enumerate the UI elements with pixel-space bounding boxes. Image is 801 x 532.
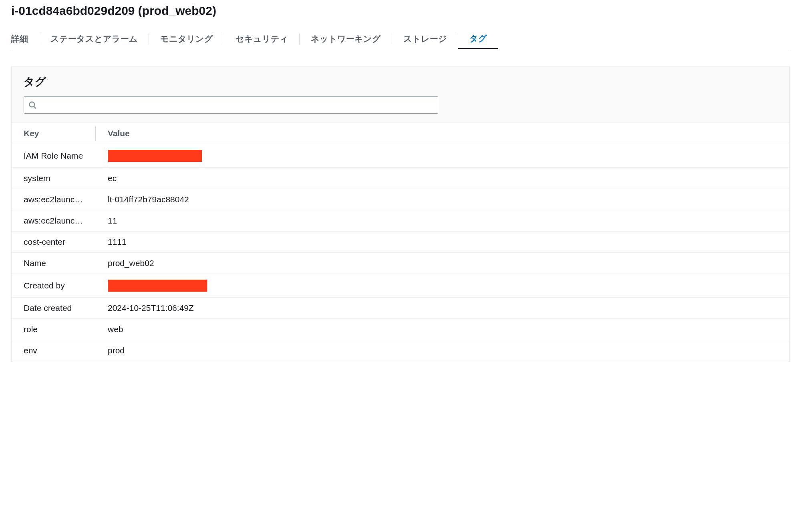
tag-key: aws:ec2launc… xyxy=(12,210,96,232)
tag-value: ec xyxy=(96,168,789,189)
table-row: aws:ec2launc…lt-014ff72b79ac88042 xyxy=(12,189,789,210)
tag-value: prod_web02 xyxy=(96,253,789,274)
tab-0[interactable]: 詳細 xyxy=(11,29,39,48)
tags-panel: タグ Key Value IAM Role Namesystemecaws:ec… xyxy=(11,66,790,361)
tag-key: env xyxy=(12,340,96,361)
panel-header: タグ xyxy=(12,66,789,123)
tab-5[interactable]: ストレージ xyxy=(392,29,458,48)
table-row: systemec xyxy=(12,168,789,189)
tab-3[interactable]: セキュリティ xyxy=(224,29,300,48)
redacted-value xyxy=(108,280,207,292)
table-row: roleweb xyxy=(12,319,789,340)
tag-key: aws:ec2launc… xyxy=(12,189,96,210)
tab-1[interactable]: ステータスとアラーム xyxy=(39,29,149,48)
table-row: cost-center1111 xyxy=(12,232,789,253)
search-input[interactable] xyxy=(24,96,438,114)
table-row: Nameprod_web02 xyxy=(12,253,789,274)
table-row: IAM Role Name xyxy=(12,144,789,168)
tag-key: Date created xyxy=(12,298,96,319)
tag-value: web xyxy=(96,319,789,340)
redacted-value xyxy=(108,150,202,162)
table-row: Created by xyxy=(12,274,789,298)
tabs-bar: 詳細ステータスとアラームモニタリングセキュリティネットワーキングストレージタグ xyxy=(11,29,790,49)
search-wrap xyxy=(24,96,438,114)
tag-value: 2024-10-25T11:06:49Z xyxy=(96,298,789,319)
tag-key: system xyxy=(12,168,96,189)
table-header-row: Key Value xyxy=(12,123,789,144)
page-title: i-01cd84a6bd029d209 (prod_web02) xyxy=(11,4,790,18)
col-header-key[interactable]: Key xyxy=(12,123,96,144)
tag-value xyxy=(96,144,789,168)
tab-4[interactable]: ネットワーキング xyxy=(300,29,392,48)
col-header-value[interactable]: Value xyxy=(96,123,789,144)
tag-value: 11 xyxy=(96,210,789,232)
table-row: envprod xyxy=(12,340,789,361)
tab-2[interactable]: モニタリング xyxy=(149,29,224,48)
tags-table: Key Value IAM Role Namesystemecaws:ec2la… xyxy=(12,123,789,361)
table-row: aws:ec2launc…11 xyxy=(12,210,789,232)
tab-6[interactable]: タグ xyxy=(458,29,498,49)
tag-value: lt-014ff72b79ac88042 xyxy=(96,189,789,210)
tag-key: role xyxy=(12,319,96,340)
tag-key: cost-center xyxy=(12,232,96,253)
tag-value: prod xyxy=(96,340,789,361)
tag-key: IAM Role Name xyxy=(12,144,96,168)
tag-value xyxy=(96,274,789,298)
table-row: Date created2024-10-25T11:06:49Z xyxy=(12,298,789,319)
tag-value: 1111 xyxy=(96,232,789,253)
tag-key: Name xyxy=(12,253,96,274)
panel-title: タグ xyxy=(24,75,777,89)
tag-key: Created by xyxy=(12,274,96,298)
